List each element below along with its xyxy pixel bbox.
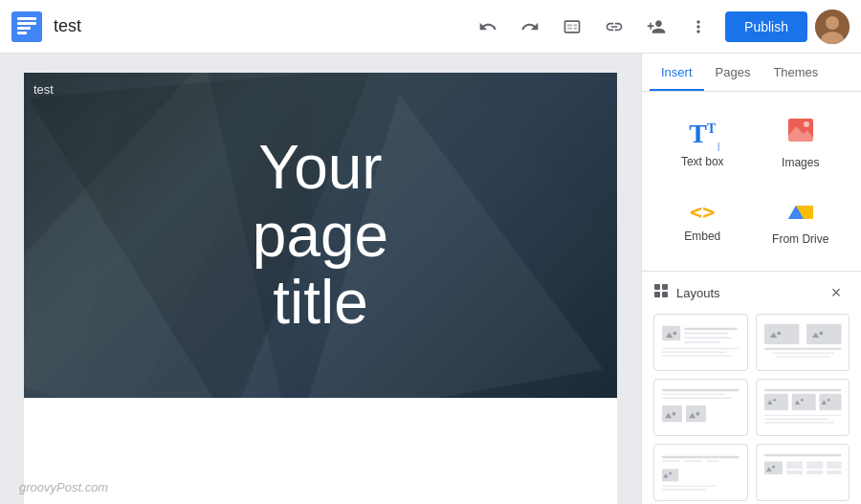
publish-button[interactable]: Publish	[725, 11, 807, 42]
svg-rect-53	[764, 394, 788, 410]
layouts-title: Layouts	[676, 286, 720, 300]
svg-rect-45	[662, 397, 732, 398]
svg-rect-29	[684, 337, 732, 339]
svg-rect-22	[654, 292, 660, 297]
svg-rect-72	[662, 485, 718, 486]
svg-point-6	[826, 16, 839, 30]
layout-thumb-3[interactable]	[653, 379, 748, 436]
svg-rect-63	[764, 419, 828, 420]
svg-point-55	[773, 399, 776, 402]
insert-embed[interactable]: <> Embed	[653, 183, 752, 259]
layout-5-svg	[660, 450, 741, 494]
layout-2-svg	[762, 320, 844, 364]
textbox-label: Text box	[681, 155, 724, 168]
app-header: test Publish	[0, 0, 861, 54]
svg-rect-80	[806, 462, 823, 470]
svg-rect-64	[764, 422, 834, 423]
svg-point-71	[669, 472, 672, 475]
main-area: test Your page title	[0, 54, 861, 504]
more-options-button[interactable]	[679, 8, 718, 46]
svg-rect-83	[827, 471, 841, 474]
undo-button[interactable]	[469, 8, 507, 46]
svg-rect-73	[662, 489, 706, 490]
layout-3-svg	[660, 385, 741, 429]
svg-point-26	[673, 332, 677, 336]
svg-rect-79	[786, 471, 803, 474]
svg-rect-31	[662, 348, 740, 349]
embed-label: Embed	[684, 230, 720, 243]
link-button[interactable]	[595, 8, 633, 46]
layout-thumb-5[interactable]	[653, 444, 748, 501]
drive-icon	[786, 196, 815, 227]
panel-tabs: Insert Pages Themes	[642, 54, 861, 92]
insert-textbox[interactable]: TT | Text box	[653, 103, 752, 183]
layouts-close-button[interactable]: ×	[823, 279, 850, 306]
textbox-icon: TT |	[689, 119, 716, 149]
svg-point-48	[673, 412, 676, 416]
svg-rect-34	[764, 324, 799, 344]
svg-rect-41	[771, 353, 833, 354]
svg-rect-3	[17, 27, 31, 30]
images-icon	[786, 117, 815, 150]
tab-themes[interactable]: Themes	[762, 54, 829, 91]
svg-rect-59	[819, 394, 841, 410]
svg-rect-82	[827, 462, 841, 470]
svg-rect-2	[17, 22, 36, 25]
layout-6-svg	[762, 450, 844, 494]
document-title: test	[50, 16, 461, 36]
svg-rect-24	[662, 326, 680, 340]
redo-button[interactable]	[511, 8, 549, 46]
svg-rect-67	[684, 461, 702, 462]
svg-rect-81	[806, 471, 823, 474]
svg-rect-69	[662, 469, 678, 481]
hero-title: Your page title	[253, 134, 388, 336]
svg-rect-46	[662, 405, 682, 422]
svg-rect-4	[17, 32, 27, 34]
insert-from-drive[interactable]: From Drive	[752, 183, 850, 259]
insert-images[interactable]: Images	[752, 103, 850, 183]
embed-icon: <>	[690, 200, 716, 224]
svg-rect-65	[662, 456, 740, 458]
layout-thumb-6[interactable]	[756, 444, 850, 501]
layout-1-svg	[660, 320, 741, 364]
svg-rect-37	[806, 324, 841, 344]
svg-point-61	[827, 399, 829, 402]
svg-rect-74	[764, 454, 842, 456]
tab-insert[interactable]: Insert	[650, 54, 704, 91]
svg-rect-52	[764, 389, 842, 391]
insert-grid: TT | Text box Images <> Embe	[642, 92, 861, 271]
from-drive-label: From Drive	[772, 232, 828, 246]
svg-rect-44	[662, 394, 726, 395]
page-content-area	[24, 398, 617, 504]
preview-button[interactable]	[553, 8, 591, 46]
layout-thumb-1[interactable]	[653, 314, 748, 371]
tab-pages[interactable]: Pages	[704, 54, 762, 91]
svg-rect-43	[662, 389, 740, 391]
add-person-button[interactable]	[637, 8, 675, 46]
svg-rect-32	[662, 352, 726, 353]
svg-rect-40	[764, 348, 842, 350]
right-panel: Insert Pages Themes TT | Text box	[641, 54, 861, 504]
svg-rect-56	[791, 394, 815, 410]
layouts-header: Layouts ×	[642, 272, 861, 314]
layout-thumb-2[interactable]	[756, 314, 850, 371]
layouts-section: Layouts ×	[642, 271, 861, 504]
layouts-grid	[642, 314, 861, 504]
svg-rect-28	[684, 332, 728, 334]
svg-point-36	[777, 332, 781, 336]
canvas-area: test Your page title	[0, 54, 641, 504]
svg-rect-42	[775, 356, 830, 357]
images-label: Images	[782, 156, 819, 169]
svg-rect-30	[684, 341, 720, 343]
svg-rect-20	[654, 284, 660, 290]
svg-rect-27	[684, 328, 738, 330]
svg-rect-66	[662, 461, 680, 462]
page-canvas: test Your page title	[24, 73, 617, 504]
user-avatar[interactable]	[815, 10, 850, 44]
layout-thumb-4[interactable]	[756, 379, 850, 436]
svg-rect-1	[17, 17, 36, 20]
layout-4-svg	[762, 385, 844, 429]
svg-point-39	[819, 332, 823, 336]
svg-rect-62	[764, 415, 842, 416]
svg-rect-68	[706, 461, 718, 462]
